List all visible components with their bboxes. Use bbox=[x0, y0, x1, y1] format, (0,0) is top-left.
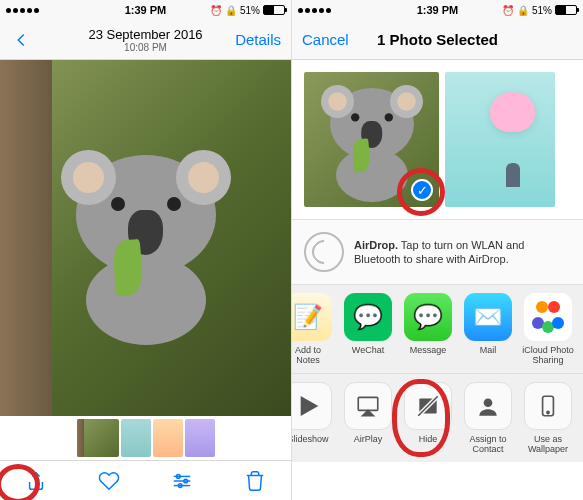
phone-left-detail: 1:39 PM ⏰ 🔒 51% 23 September 2016 10:08 … bbox=[0, 0, 291, 500]
action-hide[interactable]: Hide bbox=[402, 382, 454, 454]
nav-title: 23 September 2016 10:08 PM bbox=[88, 27, 202, 53]
play-icon bbox=[292, 382, 332, 430]
edit-button[interactable] bbox=[162, 461, 202, 501]
sliders-icon bbox=[171, 470, 193, 492]
action-label: Hide bbox=[402, 434, 454, 444]
rotation-lock-icon: 🔒 bbox=[517, 5, 529, 16]
app-label: WeChat bbox=[342, 345, 394, 355]
alarm-icon: ⏰ bbox=[502, 5, 514, 16]
mail-icon: ✉️ bbox=[464, 293, 512, 341]
svg-point-14 bbox=[547, 411, 549, 413]
action-airplay[interactable]: AirPlay bbox=[342, 382, 394, 454]
share-app-mail[interactable]: ✉️ Mail bbox=[462, 293, 514, 365]
thumbnail[interactable] bbox=[185, 419, 215, 457]
battery-pct: 51% bbox=[532, 5, 552, 16]
share-button[interactable] bbox=[16, 461, 56, 501]
cancel-button[interactable]: Cancel bbox=[302, 31, 349, 48]
airdrop-row[interactable]: AirDrop. Tap to turn on WLAN and Bluetoo… bbox=[292, 219, 583, 285]
thumbnail-strip[interactable] bbox=[0, 416, 291, 460]
airplay-icon bbox=[344, 382, 392, 430]
share-apps-row: 📝 Add to Notes 💬 WeChat 💬 Message ✉️ Mai… bbox=[292, 285, 583, 374]
favorite-button[interactable] bbox=[89, 461, 129, 501]
app-label: Message bbox=[402, 345, 454, 355]
svg-marker-8 bbox=[363, 410, 374, 415]
heart-icon bbox=[98, 470, 120, 492]
rotation-lock-icon: 🔒 bbox=[225, 5, 237, 16]
share-app-wechat[interactable]: 💬 WeChat bbox=[342, 293, 394, 365]
bottom-toolbar bbox=[0, 460, 291, 500]
share-title: 1 Photo Selected bbox=[377, 31, 498, 48]
battery-pct: 51% bbox=[240, 5, 260, 16]
app-label: Add to Notes bbox=[292, 345, 334, 365]
photo-selection-row: ✓ bbox=[292, 60, 583, 219]
battery-icon bbox=[263, 5, 285, 15]
airdrop-icon bbox=[304, 232, 344, 272]
selection-checkmark: ✓ bbox=[411, 179, 433, 201]
notes-icon: 📝 bbox=[292, 293, 332, 341]
battery-icon bbox=[555, 5, 577, 15]
action-slideshow[interactable]: Slideshow bbox=[292, 382, 334, 454]
wallpaper-icon bbox=[524, 382, 572, 430]
nav-bar: Cancel 1 Photo Selected bbox=[292, 20, 583, 60]
photo-content bbox=[0, 60, 291, 416]
actions-row: Slideshow AirPlay Hide Assign to Contact… bbox=[292, 374, 583, 462]
back-button[interactable] bbox=[10, 29, 32, 51]
app-label: Mail bbox=[462, 345, 514, 355]
details-button[interactable]: Details bbox=[235, 31, 281, 48]
action-assign-contact[interactable]: Assign to Contact bbox=[462, 382, 514, 454]
alarm-icon: ⏰ bbox=[210, 5, 222, 16]
thumbnail[interactable] bbox=[153, 419, 183, 457]
photo-date: 23 September 2016 bbox=[88, 27, 202, 42]
contact-icon bbox=[464, 382, 512, 430]
phone-right-share: 1:39 PM ⏰ 🔒 51% Cancel 1 Photo Selected … bbox=[291, 0, 583, 500]
delete-button[interactable] bbox=[235, 461, 275, 501]
icloud-sharing-icon bbox=[524, 293, 572, 341]
nav-bar: 23 September 2016 10:08 PM Details bbox=[0, 20, 291, 60]
action-label: Slideshow bbox=[292, 434, 334, 444]
photo-viewer[interactable] bbox=[0, 60, 291, 416]
share-app-message[interactable]: 💬 Message bbox=[402, 293, 454, 365]
message-icon: 💬 bbox=[404, 293, 452, 341]
app-label: iCloud Photo Sharing bbox=[522, 345, 574, 365]
share-app-notes[interactable]: 📝 Add to Notes bbox=[292, 293, 334, 365]
selected-photo[interactable]: ✓ bbox=[304, 72, 439, 207]
status-bar: 1:39 PM ⏰ 🔒 51% bbox=[0, 0, 291, 20]
signal-dots bbox=[298, 8, 331, 13]
action-label: Use as Wallpaper bbox=[522, 434, 574, 454]
chevron-left-icon bbox=[10, 29, 32, 51]
svg-point-12 bbox=[484, 398, 493, 407]
status-time: 1:39 PM bbox=[125, 4, 167, 16]
hide-icon bbox=[404, 382, 452, 430]
photo-time: 10:08 PM bbox=[88, 42, 202, 53]
airdrop-text: AirDrop. Tap to turn on WLAN and Bluetoo… bbox=[354, 238, 571, 267]
status-time: 1:39 PM bbox=[417, 4, 459, 16]
svg-rect-7 bbox=[358, 397, 378, 410]
wechat-icon: 💬 bbox=[344, 293, 392, 341]
action-label: Assign to Contact bbox=[462, 434, 514, 454]
adjacent-photo[interactable] bbox=[445, 72, 555, 207]
thumbnail[interactable] bbox=[121, 419, 151, 457]
share-app-icloud[interactable]: iCloud Photo Sharing bbox=[522, 293, 574, 365]
signal-dots bbox=[6, 8, 39, 13]
thumbnail-current[interactable] bbox=[77, 419, 119, 457]
svg-marker-6 bbox=[302, 397, 317, 414]
action-label: AirPlay bbox=[342, 434, 394, 444]
status-bar: 1:39 PM ⏰ 🔒 51% bbox=[292, 0, 583, 20]
action-wallpaper[interactable]: Use as Wallpaper bbox=[522, 382, 574, 454]
share-icon bbox=[25, 470, 47, 492]
trash-icon bbox=[244, 470, 266, 492]
